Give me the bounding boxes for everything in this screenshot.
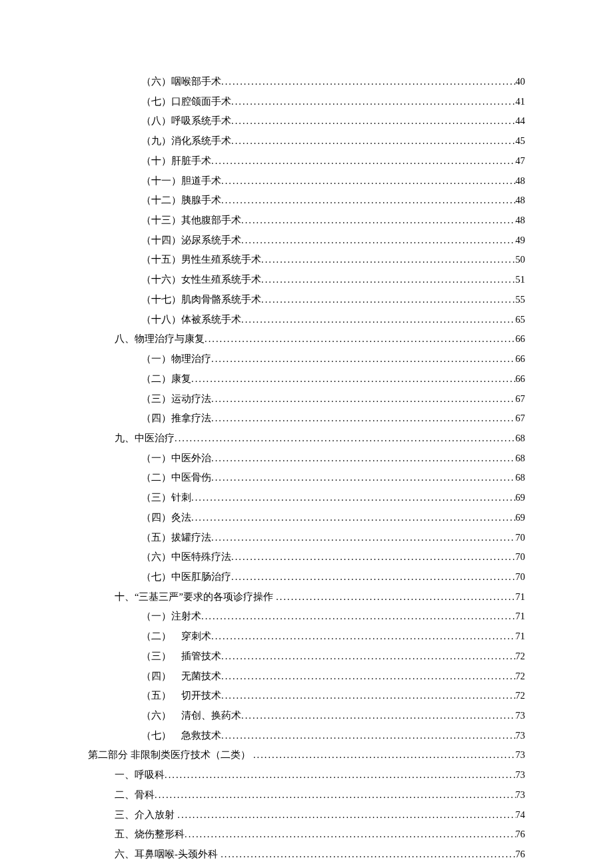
toc-dots [276,587,515,607]
toc-dots [211,349,516,369]
toc-entry: （六）中医特殊疗法70 [88,547,525,567]
toc-entry: （十一）胆道手术48 [88,171,525,191]
toc-label: （十八）体被系统手术 [141,310,241,330]
toc-dots [211,627,516,647]
toc-page-number: 67 [516,409,526,429]
toc-entry: （四） 无菌技术72 [88,667,525,687]
toc-dots [201,607,516,627]
toc-label: （七）口腔颌面手术 [141,92,231,112]
toc-dots [165,865,516,868]
toc-dots [241,211,516,231]
toc-label: （一）物理治疗 [141,349,211,369]
toc-page-number: 44 [516,111,526,131]
toc-dots [185,825,516,845]
toc-page-number: 40 [516,72,526,92]
toc-dots [211,468,516,488]
toc-label: （三） 插管技术 [141,647,221,667]
toc-label: （六） 清创、换药术 [141,706,241,726]
toc-label: （一）中医外治 [141,449,211,469]
toc-dots [165,765,516,785]
toc-page-number: 68 [516,449,526,469]
toc-page-number: 76 [516,865,526,868]
toc-label: （二）中医骨伤 [141,468,211,488]
toc-label: 五、烧伤整形科 [115,825,185,845]
toc-dots [221,667,516,687]
toc-label: 一、呼吸科 [115,765,165,785]
toc-page-number: 51 [516,270,526,290]
toc-label: 九、中医治疗 [115,429,175,449]
toc-entry: 六、耳鼻咽喉-头颈外科76 [88,845,525,865]
toc-label: 第二部分 非限制类医疗技术（二类） [88,745,251,765]
toc-dots [231,111,516,131]
toc-label: 三、介入放射 [115,805,175,825]
toc-dots [261,270,516,290]
toc-label: 六、耳鼻咽喉-头颈外科 [115,845,218,865]
toc-entry: 一、呼吸科73 [88,765,525,785]
toc-entry: （十八）体被系统手术65 [88,310,525,330]
toc-page-number: 66 [516,369,526,389]
toc-label: （三）运动疗法 [141,389,211,409]
toc-page-number: 67 [516,389,526,409]
toc-label: （二）康复 [141,369,191,389]
toc-label: 十、“三基三严”要求的各项诊疗操作 [115,587,273,607]
toc-entry: （十五）男性生殖系统手术50 [88,250,525,270]
toc-dots [211,528,516,548]
toc-dots [221,686,516,706]
toc-entry: （十六）女性生殖系统手术51 [88,270,525,290]
toc-entry: （七）中医肛肠治疗70 [88,567,525,587]
toc-dots [211,389,516,409]
toc-page-number: 76 [516,825,526,845]
toc-dots [261,290,516,310]
toc-page-number: 45 [516,131,526,151]
toc-entry: 十、“三基三严”要求的各项诊疗操作71 [88,587,525,607]
toc-label: 八、物理治疗与康复 [115,329,205,349]
toc-page-number: 71 [516,627,526,647]
toc-page-number: 68 [516,468,526,488]
toc-entry: （十三）其他腹部手术48 [88,211,525,231]
toc-entry: （五） 切开技术72 [88,686,525,706]
toc-entry: 五、烧伤整形科76 [88,825,525,845]
toc-dots [231,131,516,151]
toc-page-number: 68 [516,429,526,449]
toc-page-number: 73 [516,765,526,785]
toc-page-number: 70 [516,528,526,548]
toc-dots [211,409,516,429]
toc-entry: 第二部分 非限制类医疗技术（二类）73 [88,745,525,765]
toc-page-number: 76 [516,845,526,865]
toc-page-number: 73 [516,785,526,805]
toc-label: （十七）肌肉骨骼系统手术 [141,290,261,310]
toc-entry: （八）呼吸系统手术44 [88,111,525,131]
toc-dots [211,449,516,469]
toc-label: （四）灸法 [141,508,191,528]
toc-label: （九）消化系统手术 [141,131,231,151]
toc-label: （七） 急救技术 [141,726,221,746]
toc-dots [221,647,516,667]
toc-label: （十四）泌尿系统手术 [141,231,241,251]
toc-entry: （二）康复66 [88,369,525,389]
toc-entry: 八、物理治疗与康复66 [88,329,525,349]
toc-label: （六）咽喉部手术 [141,72,221,92]
toc-entry: 九、中医治疗68 [88,429,525,449]
toc-label: （十）肝脏手术 [141,151,211,171]
toc-label: 七、妇产科 [115,865,165,868]
toc-page-number: 72 [516,667,526,687]
toc-dots [231,547,516,567]
toc-label: （六）中医特殊疗法 [141,547,231,567]
table-of-contents: （六）咽喉部手术40（七）口腔颌面手术41（八）呼吸系统手术44（九）消化系统手… [88,72,525,868]
toc-label: （五） 切开技术 [141,686,221,706]
toc-page-number: 48 [516,191,526,211]
toc-label: （十六）女性生殖系统手术 [141,270,261,290]
toc-page-number: 66 [516,329,526,349]
toc-page-number: 71 [516,607,526,627]
toc-dots [191,369,516,389]
toc-dots [221,191,516,211]
toc-dots [221,72,516,92]
toc-page-number: 74 [516,805,526,825]
toc-entry: （二）中医骨伤68 [88,468,525,488]
toc-page-number: 69 [516,508,526,528]
toc-entry: 三、介入放射74 [88,805,525,825]
toc-entry: （二） 穿刺术71 [88,627,525,647]
toc-entry: （四）推拿疗法67 [88,409,525,429]
toc-dots [231,92,516,112]
toc-page-number: 73 [516,726,526,746]
